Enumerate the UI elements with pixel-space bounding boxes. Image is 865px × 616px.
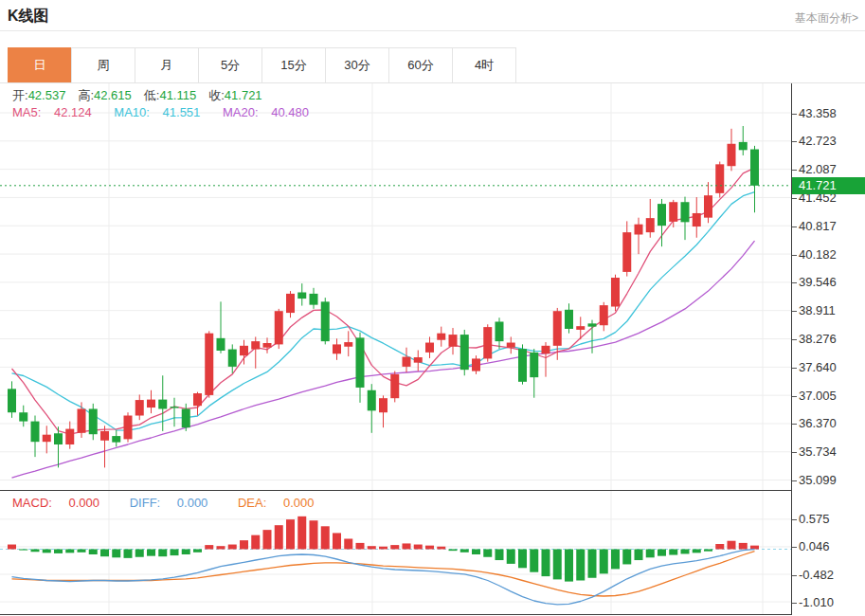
axis-tick-label: 37.005 bbox=[792, 388, 837, 404]
low-label: 低: bbox=[144, 88, 160, 102]
axis-tick-label: 0.575 bbox=[792, 511, 830, 527]
tab-30min[interactable]: 30分 bbox=[325, 47, 389, 83]
axis-tick-label: 35.734 bbox=[792, 444, 837, 460]
tab-5min[interactable]: 5分 bbox=[198, 47, 262, 83]
price-axis: 41.721 43.35842.72342.08741.45240.81740.… bbox=[792, 83, 865, 616]
tab-week[interactable]: 周 bbox=[71, 47, 135, 83]
axis-tick-label: 38.911 bbox=[792, 302, 836, 318]
low-value: 41.115 bbox=[159, 88, 196, 102]
axis-tick-label: 40.817 bbox=[792, 218, 837, 234]
axis-tick-label: -0.482 bbox=[792, 567, 834, 583]
page-title: K线图 bbox=[8, 7, 49, 27]
axis-tick-label: -1.010 bbox=[792, 594, 834, 610]
close-label: 收: bbox=[208, 88, 225, 102]
ma10-legend: MA10: 41.551 bbox=[114, 105, 209, 119]
tab-60min[interactable]: 60分 bbox=[388, 47, 453, 83]
ma5-legend: MA5: 42.124 bbox=[12, 105, 101, 119]
axis-tick-label: 39.546 bbox=[792, 274, 837, 290]
axis-tick-label: 37.640 bbox=[792, 359, 837, 375]
axis-tick-label: 35.099 bbox=[792, 472, 837, 488]
high-label: 高: bbox=[78, 88, 94, 102]
axis-tick-label: 38.276 bbox=[792, 331, 837, 347]
open-value: 42.537 bbox=[28, 88, 66, 102]
axis-tick-label: 42.723 bbox=[792, 133, 837, 149]
ma20-legend: MA20: 40.480 bbox=[223, 105, 318, 119]
axis-tick-label: 36.370 bbox=[792, 415, 837, 431]
axis-tick-label: 43.358 bbox=[792, 105, 837, 121]
main-candlestick-chart[interactable] bbox=[0, 83, 792, 490]
current-price-tag: 41.721 bbox=[792, 177, 865, 194]
tab-day[interactable]: 日 bbox=[8, 47, 72, 83]
tab-4hour[interactable]: 4时 bbox=[452, 47, 516, 83]
axis-tick-label: 40.182 bbox=[792, 246, 837, 263]
ma-legend: MA5: 42.124 MA10: 41.551 MA20: 40.480 bbox=[12, 105, 328, 119]
chart-bottom-border bbox=[0, 614, 792, 615]
axis-tick-label: 0.046 bbox=[792, 538, 830, 554]
tab-15min[interactable]: 15分 bbox=[261, 47, 326, 83]
macd-legend: MACD: 0.000 DIFF: 0.000 DEA: 0.000 bbox=[12, 496, 341, 510]
diff-value-label: DIFF: 0.000 bbox=[130, 496, 222, 510]
tab-month[interactable]: 月 bbox=[135, 47, 199, 83]
interval-tabbar: 日 周 月 5分 15分 30分 60分 4时 bbox=[8, 47, 516, 83]
kline-page: K线图 基本面分析> 日 周 月 5分 15分 30分 60分 4时 开:42.… bbox=[0, 0, 865, 616]
divider bbox=[0, 30, 865, 31]
ohlc-legend: 开:42.537高:42.615低:41.115收:41.721 bbox=[12, 87, 275, 104]
axis-tick-label: 42.087 bbox=[792, 161, 837, 177]
dea-value-label: DEA: 0.000 bbox=[238, 496, 328, 510]
fundamental-analysis-link[interactable]: 基本面分析> bbox=[795, 10, 858, 27]
macd-value-label: MACD: 0.000 bbox=[12, 496, 113, 510]
open-label: 开: bbox=[12, 88, 28, 102]
high-value: 42.615 bbox=[94, 88, 132, 102]
close-value: 41.721 bbox=[225, 88, 262, 102]
